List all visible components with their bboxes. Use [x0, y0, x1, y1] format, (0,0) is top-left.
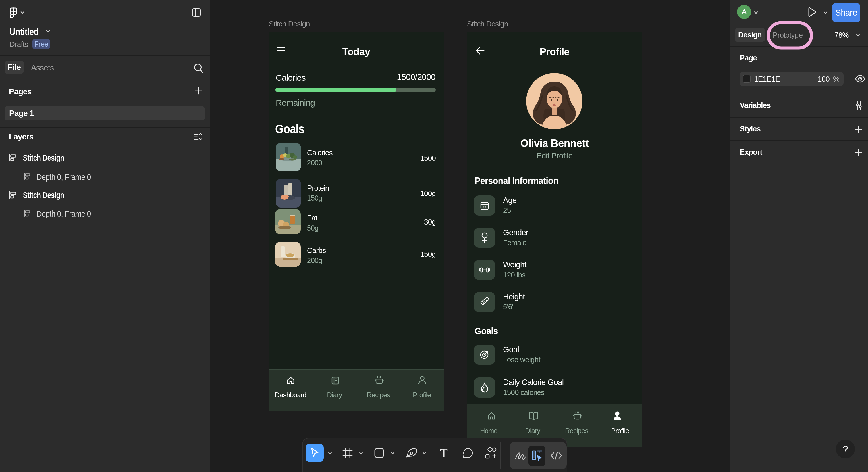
svg-text:12: 12 — [483, 206, 486, 209]
